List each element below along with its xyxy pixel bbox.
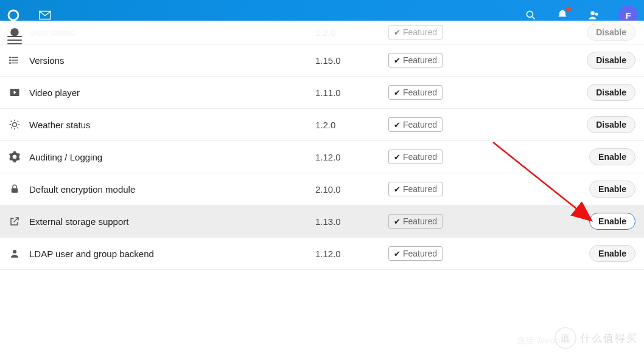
menu-toggle-icon[interactable] [7,33,22,47]
app-row-partial[interactable]: User status 1.2.0 ✔ Featured Disable [0,21,644,44]
disable-button[interactable]: Disable [587,24,635,41]
app-row-versions[interactable]: Versions 1.15.0 ✔ Featured Disable [0,44,644,77]
svg-point-24 [13,250,16,253]
app-row-auditing[interactable]: Auditing / Logging 1.12.0 ✔ Featured Ena… [0,141,644,173]
svg-line-19 [11,121,12,122]
app-name: Default encryption module [29,184,315,195]
svg-line-20 [18,128,19,129]
enable-button[interactable]: Enable [589,213,635,230]
app-name: User status [29,27,315,38]
check-icon: ✔ [394,249,401,258]
featured-badge: ✔ Featured [388,85,443,100]
featured-badge: ✔ Featured [388,25,443,40]
check-icon: ✔ [394,217,401,226]
featured-badge: ✔ Featured [388,150,443,164]
play-icon [0,87,29,98]
featured-label: Featured [403,249,437,258]
disable-button[interactable]: Disable [587,84,635,101]
lock-icon [0,184,29,195]
featured-label: Featured [403,152,437,162]
watermark-circle-icon: 值 [555,327,576,349]
watermark: 值 什么值得买 [555,327,638,349]
featured-label: Featured [403,88,437,97]
check-icon: ✔ [394,153,401,162]
app-version: 1.12.0 [315,249,388,259]
disable-button[interactable]: Disable [587,52,635,69]
check-icon: ✔ [394,56,401,65]
svg-point-11 [10,63,11,64]
featured-cell: ✔ Featured [388,25,571,40]
watermark-text: 什么值得买 [580,331,638,345]
featured-label: Featured [403,55,437,65]
check-icon: ✔ [394,185,401,194]
check-icon: ✔ [394,28,401,37]
featured-label: Featured [403,120,437,129]
featured-badge: ✔ Featured [388,53,443,67]
app-version: 2.10.0 [315,184,388,195]
svg-point-0 [9,10,18,20]
list-icon [0,55,29,66]
enable-button[interactable]: Enable [589,245,635,262]
svg-point-10 [10,60,11,61]
svg-point-1 [527,11,533,17]
svg-point-14 [13,123,17,127]
app-name: External storage support [29,216,315,227]
app-version: 1.12.0 [315,152,388,162]
app-version: 1.2.0 [315,27,388,38]
featured-badge: ✔ Featured [388,246,443,261]
gear-icon [0,151,29,163]
app-name: Versions [29,55,315,66]
featured-badge: ✔ Featured [388,182,443,196]
svg-point-3 [590,11,595,15]
app-name: Auditing / Logging [29,152,315,162]
app-name: Video player [29,88,315,98]
app-version: 1.2.0 [315,120,388,130]
enable-button[interactable]: Enable [589,148,635,165]
app-row-external-storage[interactable]: External storage support 1.13.0 ✔ Featur… [0,205,644,238]
app-version: 1.13.0 [315,216,388,227]
weather-icon [0,119,29,131]
app-name: Weather status [29,120,315,130]
disable-button[interactable]: Disable [587,116,635,133]
action-cell: Disable [571,24,644,41]
app-row-ldap[interactable]: LDAP user and group backend 1.12.0 ✔ Fea… [0,238,644,270]
enable-button[interactable]: Enable [589,181,635,198]
svg-rect-23 [12,188,18,193]
app-name: LDAP user and group backend [29,249,315,259]
check-icon: ✔ [394,120,401,129]
svg-line-2 [533,17,535,19]
user-icon [0,248,29,259]
notification-badge [566,7,571,12]
app-version: 1.15.0 [315,55,388,66]
featured-label: Featured [403,184,437,194]
svg-point-4 [595,13,598,16]
check-icon: ✔ [394,88,401,97]
featured-label: Featured [403,27,437,37]
featured-badge: ✔ Featured [388,214,443,229]
svg-line-21 [11,128,12,129]
featured-badge: ✔ Featured [388,117,443,132]
external-icon [0,216,29,227]
app-list: Versions 1.15.0 ✔ Featured Disable Video… [0,44,644,270]
app-row-video-player[interactable]: Video player 1.11.0 ✔ Featured Disable [0,77,644,109]
app-row-encryption[interactable]: Default encryption module 2.10.0 ✔ Featu… [0,173,644,205]
svg-line-22 [18,121,19,122]
app-version: 1.11.0 [315,88,388,98]
svg-point-9 [10,57,11,58]
app-row-weather[interactable]: Weather status 1.2.0 ✔ Featured Disable [0,109,644,141]
featured-label: Featured [403,216,437,226]
